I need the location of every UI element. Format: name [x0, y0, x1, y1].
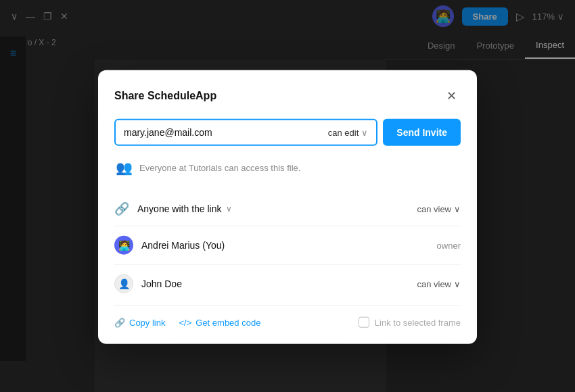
- send-invite-button[interactable]: Send Invite: [383, 119, 461, 146]
- embed-code-icon: </>: [179, 317, 191, 327]
- share-row-left-anyone: 🔗 Anyone with the link ∨: [114, 201, 232, 216]
- invite-row: can edit ∨ Send Invite: [114, 119, 461, 146]
- close-icon: ✕: [446, 89, 457, 103]
- andrei-avatar: 🧑‍💻: [114, 236, 133, 255]
- permission-select[interactable]: can edit ∨: [325, 127, 371, 137]
- andrei-role: owner: [437, 240, 461, 250]
- modal-title: Share ScheduleApp: [114, 90, 216, 102]
- anyone-permission-chevron-icon: ∨: [454, 203, 461, 214]
- footer-left: 🔗 Copy link </> Get embed code: [114, 317, 260, 327]
- copy-link-label: Copy link: [129, 317, 165, 327]
- anyone-permission-label: can view: [417, 203, 451, 214]
- footer-right: Link to selected frame: [359, 317, 461, 328]
- access-notice-text: Everyone at Tutorials can access this fi…: [139, 162, 300, 172]
- email-permission-wrapper: can edit ∨: [114, 119, 377, 146]
- anyone-permission[interactable]: can view ∨: [417, 203, 461, 214]
- permission-chevron-icon: ∨: [361, 127, 368, 137]
- share-row-anyone: 🔗 Anyone with the link ∨ can view ∨: [114, 192, 461, 226]
- john-name-label: John Doe: [141, 278, 182, 289]
- email-input[interactable]: [121, 120, 325, 145]
- get-embed-label: Get embed code: [196, 317, 260, 327]
- john-avatar: 👤: [114, 274, 133, 293]
- share-row-left-andrei: 🧑‍💻 Andrei Marius (You): [114, 236, 225, 255]
- owner-label: owner: [437, 240, 461, 250]
- modal-header: Share ScheduleApp ✕: [114, 87, 461, 105]
- link-to-frame-label: Link to selected frame: [375, 317, 461, 327]
- share-row-left-john: 👤 John Doe: [114, 274, 182, 293]
- anyone-link-chevron-icon: ∨: [226, 204, 232, 214]
- people-icon: 👥: [116, 160, 133, 176]
- john-permission-label: can view: [417, 278, 451, 289]
- share-row-john: 👤 John Doe can view ∨: [114, 265, 461, 303]
- john-permission-chevron-icon: ∨: [454, 278, 461, 289]
- link-to-frame-checkbox[interactable]: [359, 317, 369, 328]
- get-embed-button[interactable]: </> Get embed code: [179, 317, 260, 327]
- andrei-name-label: Andrei Marius (You): [141, 240, 225, 251]
- access-notice: 👥 Everyone at Tutorials can access this …: [114, 160, 461, 176]
- modal-close-button[interactable]: ✕: [442, 87, 461, 105]
- anyone-link-label[interactable]: Anyone with the link ∨: [137, 203, 232, 214]
- copy-link-button[interactable]: 🔗 Copy link: [114, 317, 165, 327]
- share-list: 🔗 Anyone with the link ∨ can view ∨ 🧑‍💻 …: [114, 192, 461, 303]
- john-permission[interactable]: can view ∨: [417, 278, 461, 289]
- link-icon: 🔗: [114, 201, 129, 216]
- share-modal: Share ScheduleApp ✕ can edit ∨ Send Invi…: [98, 70, 477, 344]
- modal-footer: 🔗 Copy link </> Get embed code Link to s…: [114, 305, 461, 328]
- permission-label: can edit: [328, 127, 359, 137]
- copy-link-icon: 🔗: [114, 317, 125, 327]
- share-row-andrei: 🧑‍💻 Andrei Marius (You) owner: [114, 226, 461, 265]
